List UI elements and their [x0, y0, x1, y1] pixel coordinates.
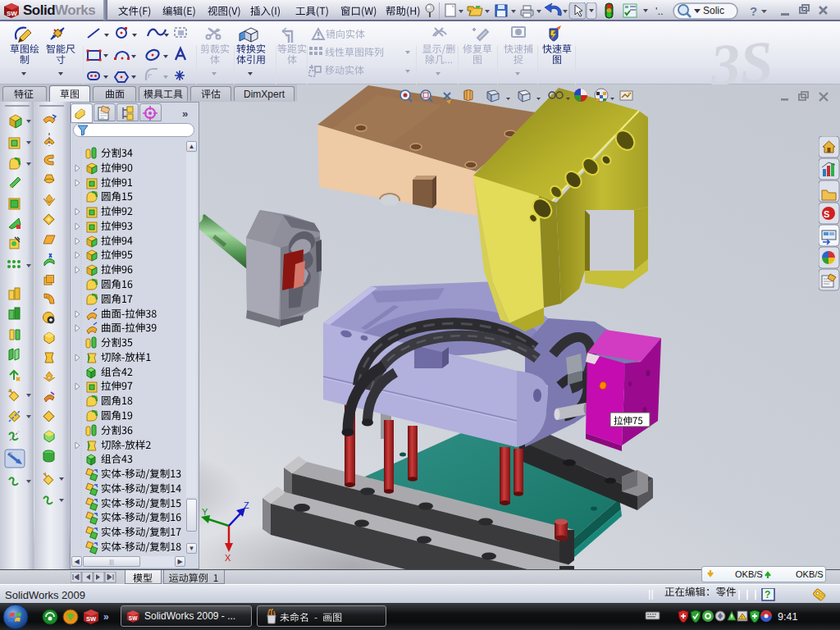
svg-text:S: S	[824, 209, 829, 219]
svg-text:3S: 3S	[707, 29, 774, 84]
svg-text:X: X	[225, 553, 231, 563]
svg-text:Solic: Solic	[703, 5, 724, 16]
svg-text:SW: SW	[7, 10, 17, 17]
svg-text:Y: Y	[202, 507, 208, 517]
svg-text:'..: '..	[655, 5, 664, 17]
svg-text:SW: SW	[86, 615, 97, 623]
svg-text:»: »	[103, 611, 109, 623]
svg-text:?: ?	[765, 589, 770, 600]
svg-text:OKB/S: OKB/S	[735, 569, 763, 579]
svg-text:Z: Z	[244, 500, 249, 510]
svg-text:?: ?	[750, 4, 757, 18]
svg-text:SW: SW	[129, 615, 138, 621]
svg-text:OKB/S: OKB/S	[796, 569, 824, 579]
